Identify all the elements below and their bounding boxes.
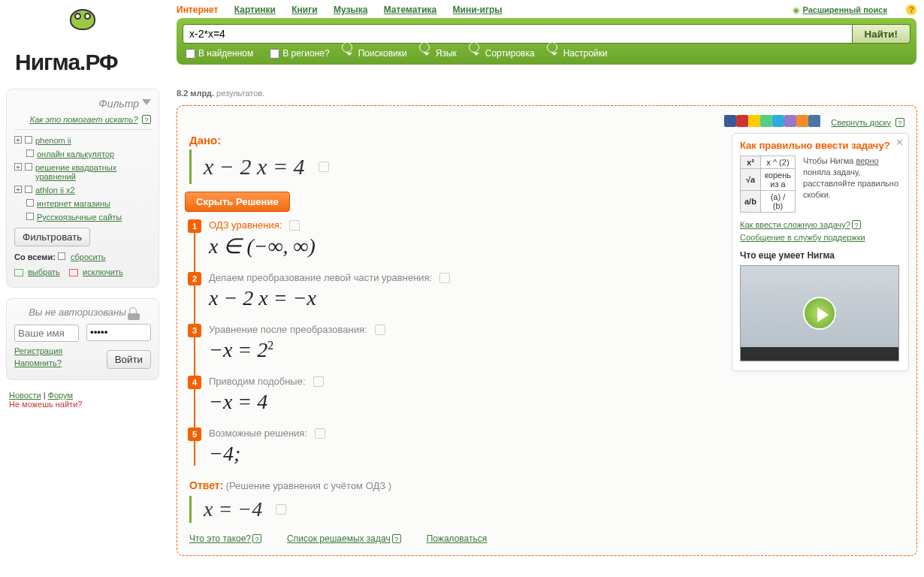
opt-lang[interactable]: Язык — [424, 48, 457, 59]
step-math: −x = 4 — [209, 390, 904, 414]
whatis-link[interactable]: Что это такое? — [189, 533, 251, 544]
copy-icon[interactable] — [319, 162, 329, 172]
video-controls[interactable] — [741, 347, 898, 361]
search-button[interactable]: Найти! — [853, 24, 910, 44]
select-all-link[interactable]: выбрать — [28, 267, 60, 276]
checkbox-icon[interactable] — [26, 150, 34, 157]
step-number: 3 — [188, 324, 201, 337]
step-label: ОДЗ уравнения: — [209, 219, 282, 231]
question-icon[interactable]: ? — [392, 534, 401, 543]
more-title: Что еще умеет Нигма — [740, 250, 901, 261]
question-icon[interactable]: ? — [852, 220, 861, 229]
search-input[interactable] — [183, 24, 853, 44]
filter-panel: Фильтр Как это помогает искать? ? phenom… — [6, 89, 159, 288]
opt-in-region[interactable]: В регионе? — [270, 48, 329, 59]
copy-icon[interactable] — [375, 325, 385, 335]
funnel-icon — [142, 99, 151, 110]
reset-filter-link[interactable]: сбросить — [71, 252, 105, 261]
share-icon[interactable] — [772, 115, 784, 127]
opt-settings[interactable]: Настройки — [551, 48, 608, 59]
apply-filter-button[interactable]: Фильтровать — [14, 228, 90, 246]
expand-icon[interactable] — [14, 186, 22, 193]
checkbox-icon[interactable] — [25, 136, 32, 143]
filter-item: решение квадратных уравнений — [14, 163, 151, 181]
syntax-table: x²x ^ (2)√aкорень из aa/b(a) / (b) — [740, 156, 796, 213]
search-box: Найти! В найденном В регионе? Поисковики… — [177, 18, 916, 65]
solution-step: 5Возможные решения:−4; — [209, 427, 904, 466]
tab-images[interactable]: Картинки — [234, 5, 276, 15]
checkbox-icon[interactable] — [26, 213, 34, 220]
step-math: −4; — [209, 442, 904, 466]
register-link[interactable]: Регистрация — [14, 345, 79, 357]
copy-icon[interactable] — [315, 428, 325, 439]
tab-music[interactable]: Музыка — [334, 5, 367, 15]
help-icon[interactable]: ? — [906, 5, 916, 15]
sidebar-bottom-links: Новости | Форум Не можешь найти? — [6, 391, 159, 409]
forum-link[interactable]: Форум — [48, 391, 73, 400]
syntax-val: корень из a — [760, 169, 795, 191]
checkbox-icon[interactable] — [25, 163, 32, 171]
solution-step: 4Приводим подобные:−x = 4 — [209, 376, 904, 414]
share-icon[interactable] — [796, 115, 808, 127]
exclude-all-link[interactable]: исключить — [83, 267, 123, 276]
checkbox-icon[interactable] — [26, 199, 34, 207]
login-name-input[interactable] — [14, 325, 79, 342]
checkbox-icon[interactable] — [25, 186, 32, 193]
copy-icon[interactable] — [439, 273, 450, 283]
cantfind-link[interactable]: Не можешь найти? — [9, 400, 82, 409]
share-icon[interactable] — [760, 115, 772, 127]
expand-icon[interactable] — [14, 136, 22, 143]
expand-icon[interactable] — [14, 163, 22, 171]
copy-icon[interactable] — [276, 504, 286, 515]
filter-help-link[interactable]: Как это помогает искать? — [30, 115, 138, 124]
copy-icon[interactable] — [289, 220, 300, 231]
tab-internet[interactable]: Интернет — [177, 5, 218, 15]
share-icon[interactable] — [736, 115, 748, 127]
tab-math[interactable]: Математика — [384, 5, 437, 15]
complain-link[interactable]: Пожаловаться — [427, 533, 488, 544]
lock-icon — [129, 307, 137, 316]
hide-solution-button[interactable]: Скрыть Решение — [185, 192, 290, 212]
filter-link[interactable]: решение квадратных уравнений — [35, 163, 151, 181]
tab-games[interactable]: Мини-игры — [453, 5, 503, 15]
syntax-key: √a — [741, 169, 761, 191]
share-icon[interactable] — [808, 115, 820, 127]
logo[interactable]: Нигма.РФ — [15, 2, 150, 88]
opt-engines[interactable]: Поисковики — [346, 48, 407, 59]
copy-icon[interactable] — [313, 376, 324, 387]
question-icon[interactable]: ? — [252, 534, 261, 543]
advanced-search-link[interactable]: Расширенный поиск — [802, 5, 886, 14]
filter-link[interactable]: интернет магазины — [37, 199, 110, 208]
close-icon[interactable]: ✕ — [895, 137, 904, 148]
filter-link[interactable]: Русскоязычные сайты — [37, 213, 122, 222]
syntax-val: (a) / (b) — [760, 191, 795, 213]
results-count: 8.2 млрд. результатов. — [177, 89, 264, 98]
step-label: Приводим подобные: — [209, 376, 306, 387]
opt-sort[interactable]: Сортировка — [473, 48, 535, 59]
syntax-val: x ^ (2) — [760, 156, 795, 169]
share-icon[interactable] — [748, 115, 760, 127]
tasklist-link[interactable]: Список решаемых задач — [287, 533, 391, 544]
login-button[interactable]: Войти — [107, 350, 151, 369]
question-icon[interactable]: ? — [142, 115, 151, 124]
share-icon[interactable] — [784, 115, 796, 127]
filter-link[interactable]: онлайн калькулятор — [37, 150, 114, 159]
tab-books[interactable]: Книги — [291, 5, 317, 15]
support-link[interactable]: Сообщение в службу поддержки — [740, 233, 865, 242]
step-label: Уравнение после преобразования: — [209, 324, 367, 335]
complex-input-link[interactable]: Как ввести сложную задачу? — [740, 220, 850, 229]
step-number: 2 — [188, 272, 201, 285]
news-link[interactable]: Новости — [9, 391, 41, 400]
login-pass-input[interactable] — [86, 324, 151, 341]
filter-link[interactable]: athlon ii x2 — [35, 186, 75, 195]
remind-link[interactable]: Напомнить? — [14, 357, 79, 369]
play-icon[interactable] — [803, 297, 836, 330]
promo-video[interactable] — [740, 265, 899, 361]
question-icon[interactable]: ? — [895, 118, 904, 127]
collapse-board-link[interactable]: Свернуть доску — [831, 118, 891, 127]
filter-link[interactable]: phenom ii — [35, 136, 71, 145]
step-label: Возможные решения: — [209, 427, 307, 439]
input-help-box: ✕ Как правильно ввести задачу? x²x ^ (2)… — [732, 133, 909, 371]
share-icon[interactable] — [724, 115, 736, 127]
opt-in-found[interactable]: В найденном — [186, 48, 253, 59]
